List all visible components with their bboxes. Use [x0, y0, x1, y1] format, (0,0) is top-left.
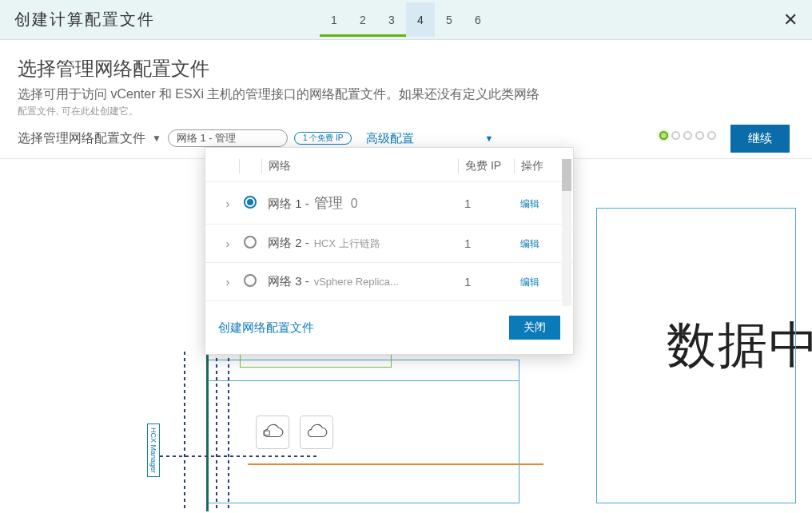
- network-sub: HCX 上行链路: [314, 237, 380, 251]
- progress-dots: [659, 131, 716, 140]
- network-profile-dropdown: 网络 免费 IP 操作 › 网络 1 - 管理 0 1 编辑 › 网络 2 - …: [205, 147, 574, 355]
- network-sub: vSphere Replica...: [314, 276, 399, 288]
- advanced-config-link[interactable]: 高级配置: [366, 131, 414, 146]
- chevron-down-icon[interactable]: ▼: [484, 133, 493, 143]
- step-indicator: 1 2 3 4 5 6: [320, 2, 492, 37]
- col-header-action: 操作: [514, 159, 562, 173]
- wizard-header: 创建计算配置文件 1 2 3 4 5 6 ✕: [0, 0, 812, 40]
- col-header-free-ip: 免费 IP: [458, 159, 514, 173]
- diagram-container: [208, 360, 519, 503]
- network-row[interactable]: › 网络 2 - HCX 上行链路 1 编辑: [205, 225, 573, 263]
- continue-button[interactable]: 继续: [730, 125, 790, 153]
- network-row[interactable]: › 网络 1 - 管理 0 1 编辑: [205, 182, 573, 225]
- cloud-icon: [300, 416, 333, 449]
- dropdown-footer: 创建网络配置文件 关闭: [205, 301, 573, 354]
- network-sub: 管理: [314, 193, 343, 213]
- scrollbar-thumb[interactable]: [562, 159, 571, 191]
- free-ip-badge: 1 个免费 IP: [294, 132, 352, 145]
- step-2[interactable]: 2: [348, 2, 377, 37]
- radio-unselected[interactable]: [244, 274, 257, 287]
- free-ip-value: 1: [458, 237, 514, 250]
- chevron-down-icon[interactable]: ▼: [152, 133, 161, 144]
- step-3[interactable]: 3: [377, 2, 406, 37]
- expand-icon[interactable]: ›: [217, 197, 239, 210]
- dot-5: [707, 131, 716, 140]
- edit-link[interactable]: 编辑: [520, 238, 539, 249]
- network-profile-selected[interactable]: 网络 1 - 管理: [168, 129, 288, 147]
- create-network-profile-link[interactable]: 创建网络配置文件: [218, 320, 314, 336]
- section-sub: 配置文件, 可在此处创建它。: [18, 105, 794, 118]
- network-row[interactable]: › 网络 3 - vSphere Replica... 1 编辑: [205, 263, 573, 301]
- close-icon[interactable]: ✕: [783, 10, 798, 30]
- select-label: 选择管理网络配置文件: [18, 130, 145, 147]
- col-header-network: 网络: [261, 159, 458, 173]
- dot-1: [659, 131, 668, 140]
- edit-link[interactable]: 编辑: [520, 276, 539, 288]
- close-button[interactable]: 关闭: [509, 316, 560, 340]
- step-6[interactable]: 6: [464, 2, 492, 37]
- step-5[interactable]: 5: [435, 2, 464, 37]
- step-4[interactable]: 4: [406, 2, 435, 37]
- expand-icon[interactable]: ›: [217, 237, 239, 250]
- step-1[interactable]: 1: [320, 2, 348, 37]
- scrollbar[interactable]: [562, 159, 571, 306]
- dot-4: [695, 131, 704, 140]
- dot-3: [683, 131, 692, 140]
- network-label: 网络 1 -: [268, 197, 309, 212]
- edit-link[interactable]: 编辑: [520, 198, 539, 209]
- dropdown-header: 网络 免费 IP 操作: [205, 148, 573, 182]
- radio-unselected[interactable]: [244, 236, 257, 249]
- network-label: 网络 3 -: [268, 274, 309, 289]
- topology-diagram: HCX Manager: [136, 352, 812, 513]
- free-ip-value: 1: [458, 275, 514, 288]
- expand-icon[interactable]: ›: [217, 275, 239, 288]
- dropdown-body: › 网络 1 - 管理 0 1 编辑 › 网络 2 - HCX 上行链路 1 编…: [205, 182, 573, 301]
- compute-cloud-icon: [256, 416, 289, 449]
- hcx-manager-label: HCX Manager: [147, 424, 160, 477]
- free-ip-value: 1: [458, 197, 514, 210]
- page-title: 创建计算配置文件: [14, 9, 155, 30]
- section-desc: 选择可用于访问 vCenter 和 ESXi 主机的管理接口的网络配置文件。如果…: [18, 86, 794, 103]
- radio-selected[interactable]: [244, 196, 257, 209]
- network-label: 网络 2 -: [268, 236, 309, 251]
- dot-2: [671, 131, 680, 140]
- section-title: 选择管理网络配置文件: [18, 56, 794, 82]
- network-count: 0: [351, 197, 358, 211]
